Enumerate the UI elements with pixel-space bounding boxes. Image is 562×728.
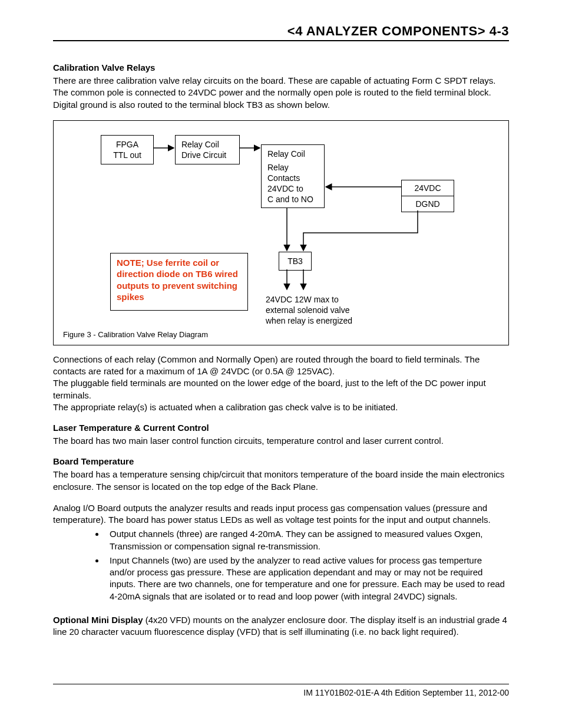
box-relay-drive: Relay CoilDrive Circuit (175, 135, 240, 164)
text-calib-relays: There are three calibration valve relay … (53, 75, 509, 111)
page-footer: IM 11Y01B02-01E-A 4th Edition September … (53, 684, 509, 697)
bullet-input-channels: Input Channels (two) are used by the ana… (105, 555, 509, 602)
heading-laser: Laser Temperature & Current Control (53, 423, 509, 433)
output-text: 24VDC 12W max toexternal solenoid valvew… (266, 294, 384, 327)
heading-calib-relays: Calibration Valve Relays (53, 62, 509, 73)
text-after-diagram-1: Connections of each relay (Common and No… (53, 354, 509, 378)
text-mini-display: Optional Mini Display (4x20 VFD) mounts … (53, 614, 509, 638)
note-box: NOTE; Use ferrite coil or direction diod… (110, 253, 248, 311)
box-tb3: TB3 (279, 252, 312, 271)
figure-3-diagram: FPGATTL out Relay CoilDrive Circuit Rela… (53, 120, 509, 345)
figure-caption: Figure 3 - Calibration Valve Relay Diagr… (63, 330, 208, 339)
text-boardtemp: The board has a temperature sensing chip… (53, 469, 509, 493)
label-24vdc: 24VDC (402, 180, 454, 196)
text-after-diagram-3: The appropriate relay(s) is actuated whe… (53, 401, 509, 413)
box-relay-contacts: RelayContacts24VDC toC and to NO (261, 159, 325, 208)
text-after-diagram-2: The pluggable field terminals are mounte… (53, 377, 509, 401)
label-dgnd: DGND (402, 196, 454, 212)
box-power-stack: 24VDC DGND (401, 180, 454, 212)
page-header: <4 ANALYZER COMPONENTS> 4-3 (53, 24, 509, 41)
text-laser: The board has two main laser control fun… (53, 435, 509, 447)
bullet-output-channels: Output channels (three) are ranged 4-20m… (105, 528, 509, 552)
lead-mini-display: Optional Mini Display (53, 615, 143, 625)
heading-boardtemp: Board Temperature (53, 456, 509, 466)
analog-bullets: Output channels (three) are ranged 4-20m… (53, 528, 509, 602)
box-fpga: FPGATTL out (101, 135, 154, 164)
text-analog: Analog I/O Board outputs the analyzer re… (53, 502, 509, 526)
